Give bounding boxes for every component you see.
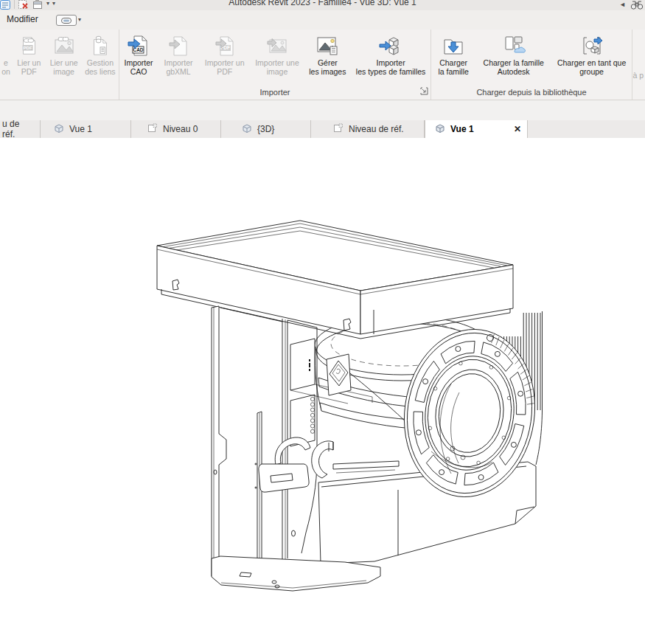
ribbon-button-charger-la-famille[interactable]: Chargerla famille [431, 32, 475, 77]
import-family-types-icon [379, 33, 402, 58]
ribbon-button-lier-une-image: Lier uneimage [46, 32, 81, 77]
chevron-down-icon[interactable]: ▾ [78, 16, 81, 24]
ribbon-button-importer-un-pdf: PDF Importer unPDF [199, 32, 250, 77]
close-tab-icon[interactable]: ✕ [501, 124, 521, 134]
ribbon-group-lier: eon PDF Lier unPDF Lier uneimage Gestion… [0, 30, 119, 100]
view-tab-niveau0[interactable]: Niveau 0 [131, 120, 221, 138]
plan-view-icon [147, 123, 158, 135]
panel-launcher-icon[interactable] [420, 85, 428, 98]
view-tab-vue1-active[interactable]: Vue 1 ✕ [425, 120, 528, 138]
3d-view-canvas[interactable] [0, 138, 645, 644]
window-title: Autodesk Revit 2023 - Famille4 - Vue 3D:… [0, 0, 645, 7]
import-gbxml-icon [167, 33, 190, 58]
ribbon-button-importer-types-familles[interactable]: Importerles types de familles [351, 32, 430, 77]
ribbon-button-importer-cao[interactable]: CAD ImporterCAO [119, 32, 158, 77]
selection-pill-button[interactable] [56, 15, 77, 26]
manage-images-icon [315, 33, 339, 58]
import-cad-icon: CAD [127, 33, 150, 58]
tab-modifier[interactable]: Modifier [7, 14, 38, 24]
ribbon-button-gerer-les-images[interactable]: Gérerles images [304, 32, 352, 77]
house-3d-icon [54, 123, 64, 135]
view-tab-3d[interactable]: {3D} [221, 120, 311, 138]
title-bar: ▾ ▾ Autodesk Revit 2023 - Famille4 - Vue… [0, 0, 645, 10]
import-image-icon [265, 33, 289, 58]
view-tab-bar: u de réf. Vue 1 Niveau 0 {3D} Niveau de … [0, 120, 645, 138]
drawing-area[interactable] [0, 138, 645, 644]
ribbon-tab-row: Modifier ▾ [0, 10, 645, 30]
load-family-icon [442, 33, 465, 58]
ribbon-button-importer-gbxml: ImportergbXML [158, 32, 199, 77]
pdf-badge: PDF [24, 45, 32, 50]
ribbon-group-charger: Chargerla famille Charger la familleAuto… [431, 30, 632, 100]
collapse-arrow-icon[interactable]: ◄ [619, 0, 626, 9]
revit-window: { "title_bar": { "title": "Autodesk Revi… [0, 0, 645, 644]
load-autodesk-family-icon [502, 33, 526, 58]
import-pdf-icon: PDF [213, 33, 237, 58]
ribbon-button-cut-fragment: eon [0, 32, 12, 77]
ribbon-button-gestion-des-liens: Gestiondes liens [82, 32, 119, 77]
ribbon-button-importer-une-image: Importer uneimage [250, 32, 304, 77]
options-bar [0, 100, 645, 120]
house-3d-icon [242, 123, 252, 135]
top-cover-slab[interactable] [157, 221, 513, 339]
manage-links-icon [89, 33, 111, 58]
load-as-group-icon [580, 33, 604, 58]
ribbon-button-lier-un-pdf: PDF Lier unPDF [12, 32, 46, 77]
plan-view-icon [333, 123, 344, 135]
ribbon-group-importer: CAD ImporterCAO ImportergbXML PDF Import… [119, 30, 431, 100]
view-tab-partial[interactable]: u de réf. [0, 120, 41, 138]
ribbon-panel-area: eon PDF Lier unPDF Lier uneimage Gestion… [0, 30, 645, 100]
image-link-icon [52, 33, 76, 58]
pdf-link-icon: PDF [18, 33, 40, 58]
mounting-plates[interactable] [212, 306, 262, 581]
view-tab-niveau-de-ref[interactable]: Niveau de réf. [311, 120, 425, 138]
view-tab-vue1[interactable]: Vue 1 [41, 120, 131, 138]
search-binoculars-icon[interactable] [630, 0, 644, 10]
ribbon-button-charger-en-tant-que-groupe[interactable]: Charger en tant quegroupe [551, 32, 632, 77]
hazard-label-plate[interactable] [327, 354, 351, 395]
cut-button-label-fragment: à p [632, 71, 644, 80]
ribbon-button-charger-famille-autodesk[interactable]: Charger la familleAutodesk [475, 32, 551, 77]
house-3d-icon [435, 123, 445, 135]
